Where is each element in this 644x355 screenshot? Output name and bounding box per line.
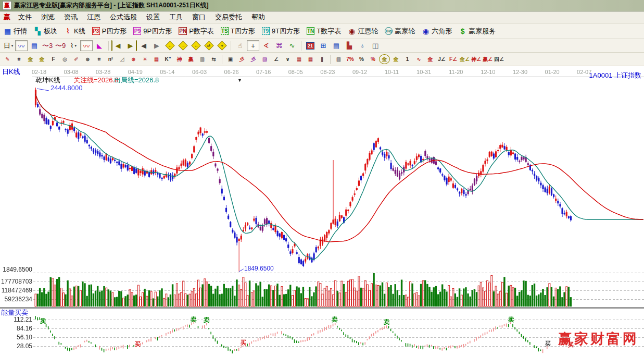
draw-ying-grid[interactable]: 赢 <box>185 54 196 64</box>
btn-p-table[interactable]: PNP数字表 <box>177 26 216 36</box>
draw-pen[interactable]: ✎ <box>2 54 13 64</box>
btn-9p-square[interactable]: P99P四方形 <box>132 26 173 36</box>
btn-wave-3[interactable]: 〜3 <box>41 40 54 51</box>
btn-next[interactable]: ▶ <box>150 40 163 51</box>
menu-item-1[interactable]: 浏览 <box>36 11 59 23</box>
draw-angle-pen[interactable]: ◿ <box>117 54 128 64</box>
btn-t-table[interactable]: TNT数字表 <box>305 26 343 36</box>
btn-calculator[interactable]: ⊞ <box>317 40 330 51</box>
btn-p-square-label: P四方形 <box>102 27 127 36</box>
btn-crosshair[interactable]: ＋ <box>247 40 259 51</box>
draw-gold-lines[interactable]: 金 <box>390 54 401 64</box>
menu-item-4[interactable]: 公式选股 <box>105 11 142 23</box>
btn-winner-service[interactable]: $赢家服务 <box>457 26 497 36</box>
draw-angles[interactable]: ∠ <box>271 54 282 64</box>
draw-vlines[interactable]: ∨ <box>282 54 293 64</box>
menu-item-6[interactable]: 工具 <box>165 11 187 23</box>
draw-circle-cross[interactable]: ⊕ <box>128 54 139 64</box>
draw-angle-ying[interactable]: 赢∠ <box>482 54 493 64</box>
btn-candle-style-icon: ⌇ <box>70 42 73 50</box>
btn-measure[interactable]: ∢ <box>260 40 272 51</box>
draw-shen-grid[interactable]: 神 <box>174 54 185 64</box>
draw-n2[interactable]: n² <box>105 54 116 64</box>
btn-qiankun-wave[interactable]: 〰 <box>80 40 93 51</box>
btn-wave-overlay[interactable]: 〰 <box>15 40 28 51</box>
draw-pct7[interactable]: 7% <box>345 54 356 64</box>
btn-sectors[interactable]: ▚板块 <box>32 26 59 36</box>
btn-network[interactable]: ♁ <box>356 40 369 51</box>
draw-red-grid1[interactable]: ▦ <box>294 54 305 64</box>
draw-grid[interactable]: ⌗ <box>14 54 24 64</box>
btn-shift-right[interactable]: → <box>176 40 189 51</box>
draw-pct-table[interactable]: ▥ <box>333 54 344 64</box>
draw-one-pen[interactable]: 1 <box>402 54 413 64</box>
draw-gold-circle[interactable]: 金 <box>379 54 390 64</box>
draw-wave-line[interactable]: ∿ <box>413 54 424 64</box>
menu-item-9[interactable]: 帮助 <box>247 11 270 23</box>
btn-p-square[interactable]: P3P四方形 <box>91 26 129 36</box>
btn-prev-icon: ◀ <box>141 42 146 50</box>
draw-angle-gold[interactable]: 金∠ <box>459 54 470 64</box>
btn-print[interactable]: ◫ <box>369 40 382 51</box>
btn-compress[interactable]: ⇄ <box>203 40 215 51</box>
draw-ruler[interactable]: ▥ <box>197 54 208 64</box>
kline-chart-canvas[interactable] <box>0 66 644 355</box>
btn-gann-knot[interactable]: ⌘ <box>273 40 285 51</box>
btn-9t-square[interactable]: T99T四方形 <box>260 26 301 36</box>
draw-pen2[interactable]: ✐ <box>71 54 82 64</box>
btn-period-day[interactable]: 日▾ <box>2 40 15 51</box>
btn-info-panel[interactable]: ▤ <box>28 40 41 51</box>
draw-angle-j[interactable]: J∠ <box>436 54 447 64</box>
btn-prev[interactable]: ◀ <box>137 40 150 51</box>
draw-gold-grid1[interactable]: 金 <box>25 54 36 64</box>
btn-calendar[interactable]: 21 <box>304 40 317 51</box>
draw-circle-grid[interactable]: ⊕ <box>82 54 93 64</box>
btn-candle-style[interactable]: ⌇▾ <box>67 40 80 51</box>
btn-drag-hand[interactable]: ☝ <box>234 40 246 51</box>
draw-k2[interactable]: K" <box>162 54 173 64</box>
btn-kline[interactable]: ⌇K线 <box>62 26 87 36</box>
btn-notes[interactable]: ▤ <box>330 40 343 51</box>
toolbar-separator <box>231 41 231 51</box>
draw-gold-grid2[interactable]: 金 <box>36 54 47 64</box>
draw-spiral[interactable]: ◎ <box>59 54 70 64</box>
menu-item-2[interactable]: 资讯 <box>59 11 82 23</box>
draw-red-grid2[interactable]: ▦ <box>305 54 316 64</box>
draw-h-span[interactable]: ⇆ <box>208 54 219 64</box>
draw-gold-underline[interactable]: 金 <box>425 54 436 64</box>
btn-winner-wheel[interactable]: Big赢家轮 <box>383 26 416 36</box>
draw-star-grid[interactable]: ✳ <box>140 54 150 64</box>
draw-parallel[interactable]: ∥ <box>317 54 327 64</box>
menu-item-8[interactable]: 交易委托 <box>210 11 247 23</box>
draw-rect[interactable]: ▣ <box>225 54 236 64</box>
draw-pct-line[interactable]: % <box>368 54 378 64</box>
draw-hash[interactable]: ⌗ <box>94 54 105 64</box>
btn-save[interactable]: ▙ <box>343 40 356 51</box>
btn-gann-wheel[interactable]: ◉江恩轮 <box>346 26 380 36</box>
draw-pct[interactable]: % <box>356 54 367 64</box>
menu-item-7[interactable]: 窗口 <box>187 11 210 23</box>
btn-expand[interactable]: ＋ <box>216 40 228 51</box>
draw-angle-shen[interactable]: 神∠ <box>471 54 482 64</box>
btn-first-page[interactable]: ◀ <box>111 40 124 51</box>
menu-item-3[interactable]: 江恩 <box>82 11 105 23</box>
btn-t-table-label: T数字表 <box>317 27 341 36</box>
draw-box-fan[interactable]: ▨ <box>259 54 270 64</box>
draw-fan[interactable]: 彡 <box>236 54 247 64</box>
btn-shift-left[interactable]: ← <box>163 40 176 51</box>
btn-t-square[interactable]: TST四方形 <box>219 26 257 36</box>
btn-wave-9[interactable]: 〜9 <box>54 40 67 51</box>
draw-angle-f[interactable]: F∠ <box>448 54 459 64</box>
draw-fan-box[interactable]: 彡 <box>248 54 259 64</box>
btn-quotes[interactable]: ▦行情 <box>2 26 29 36</box>
draw-square-grid[interactable]: ▦ <box>151 54 162 64</box>
menu-item-0[interactable]: 文件 <box>14 11 36 23</box>
btn-last-page[interactable]: ▶ <box>124 40 137 51</box>
btn-hexagon[interactable]: ◉六角形 <box>420 26 453 36</box>
btn-free-draw[interactable]: ∿ <box>286 40 298 51</box>
menu-item-5[interactable]: 设置 <box>142 11 165 23</box>
draw-angle-si[interactable]: 四∠ <box>494 54 504 64</box>
btn-histogram[interactable]: ◣ <box>93 40 106 51</box>
draw-f-grid[interactable]: F <box>48 54 59 64</box>
btn-zoom-horizontal[interactable]: ↔ <box>190 40 202 51</box>
